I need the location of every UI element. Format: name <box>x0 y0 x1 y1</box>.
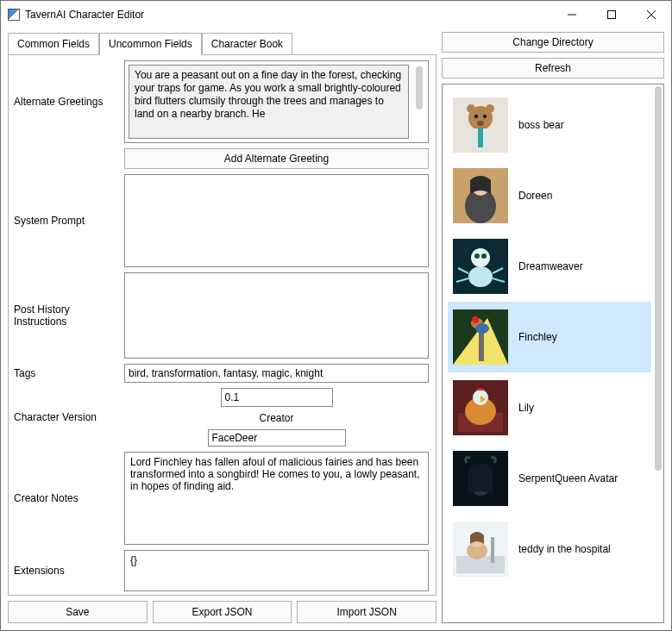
character-thumbnail <box>453 239 508 294</box>
character-list-item[interactable]: boss bear <box>448 90 651 160</box>
character-list-item[interactable]: Dreamweaver <box>448 231 651 302</box>
scrollbar[interactable] <box>416 66 423 109</box>
character-name: Finchley <box>518 331 557 343</box>
character-thumbnail <box>453 309 508 365</box>
import-json-button[interactable]: Import JSON <box>297 601 436 623</box>
character-version-input[interactable] <box>221 388 333 407</box>
save-button[interactable]: Save <box>8 601 148 623</box>
label-tags: Tags <box>14 364 124 383</box>
svg-rect-1 <box>608 11 616 19</box>
export-json-button[interactable]: Export JSON <box>153 601 292 623</box>
alternate-greeting-text[interactable]: You are a peasant out on a fine day in t… <box>129 65 409 139</box>
extensions-input[interactable] <box>124 550 429 591</box>
character-list-item[interactable]: teddy in the hospital <box>448 514 651 584</box>
label-creator-notes: Creator Notes <box>14 452 124 545</box>
svg-point-18 <box>474 253 480 259</box>
character-list: boss bearDoreenDreamweaverFinchleyLilySe… <box>442 84 664 623</box>
svg-point-9 <box>483 115 487 118</box>
svg-point-10 <box>477 121 484 126</box>
label-alternate-greetings: Alternate Greetings <box>14 60 124 143</box>
label-creator: Creator <box>257 412 295 424</box>
titlebar: TavernAI Character Editor <box>1 1 671 28</box>
scrollbar-thumb[interactable] <box>655 86 662 471</box>
tags-input[interactable] <box>124 364 429 383</box>
character-thumbnail <box>453 380 508 435</box>
svg-point-20 <box>468 266 493 287</box>
close-button[interactable] <box>631 1 671 28</box>
svg-point-19 <box>481 253 487 259</box>
tab-panel: Alternate Greetings You are a peasant ou… <box>8 54 436 596</box>
minimize-button[interactable] <box>552 1 592 28</box>
character-thumbnail <box>453 168 508 223</box>
character-thumbnail <box>453 97 508 153</box>
character-thumbnail <box>453 451 508 506</box>
character-name: SerpentQueen Avatar <box>518 472 618 484</box>
scrollbar-track[interactable] <box>653 86 662 621</box>
svg-point-7 <box>486 104 494 113</box>
post-history-input[interactable] <box>124 272 429 359</box>
tabs: Common FieldsUncommon FieldsCharacter Bo… <box>8 32 436 54</box>
maximize-button[interactable] <box>592 1 631 28</box>
creator-input[interactable] <box>208 429 346 447</box>
tab-uncommon-fields[interactable]: Uncommon Fields <box>99 33 202 55</box>
character-list-item[interactable]: Lily <box>448 372 651 443</box>
character-name: Doreen <box>518 190 552 202</box>
svg-point-6 <box>467 104 475 113</box>
svg-rect-40 <box>491 537 494 563</box>
window-title: TavernAI Character Editor <box>25 9 552 21</box>
svg-point-26 <box>475 323 489 334</box>
character-name: teddy in the hospital <box>518 543 611 555</box>
character-list-item[interactable]: SerpentQueen Avatar <box>448 443 651 514</box>
alternate-greetings-container: You are a peasant out on a fine day in t… <box>124 60 429 143</box>
refresh-button[interactable]: Refresh <box>442 58 664 78</box>
svg-point-8 <box>474 115 478 118</box>
svg-rect-12 <box>478 128 483 147</box>
tab-character-book[interactable]: Character Book <box>202 33 292 54</box>
tab-common-fields[interactable]: Common Fields <box>8 33 99 54</box>
label-post-history: Post History Instructions <box>14 272 124 359</box>
app-icon <box>8 9 20 21</box>
character-name: boss bear <box>518 119 564 131</box>
character-list-item[interactable]: Doreen <box>448 160 651 231</box>
label-system-prompt: System Prompt <box>14 174 124 267</box>
system-prompt-input[interactable] <box>124 174 429 267</box>
label-extensions: Extensions <box>14 550 124 591</box>
character-name: Dreamweaver <box>518 260 583 272</box>
label-character-version: Character Version <box>14 388 124 447</box>
character-thumbnail <box>453 522 508 577</box>
character-name: Lily <box>518 402 534 414</box>
svg-point-25 <box>472 316 479 323</box>
creator-notes-input[interactable] <box>124 452 429 545</box>
change-directory-button[interactable]: Change Directory <box>442 32 664 53</box>
add-alternate-greeting-button[interactable]: Add Alternate Greeting <box>124 148 429 169</box>
character-list-item[interactable]: Finchley <box>448 302 651 372</box>
svg-point-17 <box>471 248 490 267</box>
